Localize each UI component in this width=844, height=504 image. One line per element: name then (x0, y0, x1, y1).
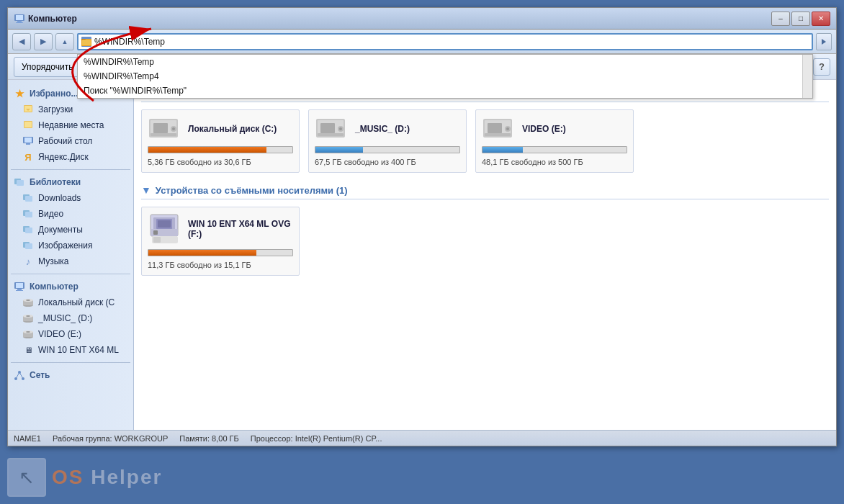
sidebar-item-yandex[interactable]: Я Яндекс.Диск (8, 149, 133, 165)
downloads-label: Загрузки (38, 104, 73, 114)
autocomplete-item-2[interactable]: Поиск "%WINDIR%\Temp" (78, 84, 812, 98)
status-memory: Памяти: 8,00 ГБ (179, 434, 238, 443)
drive-item-f[interactable]: WIN 10 ENT X64 ML OVG (F:) 11,3 ГБ свобо… (141, 207, 300, 276)
sidebar-item-music-d[interactable]: _MUSIC_ (D:) (8, 310, 133, 326)
svg-rect-64 (485, 133, 511, 136)
drive-bar-c (148, 146, 293, 153)
local-c-label: Локальный диск (С (38, 297, 115, 307)
removable-title: Устройства со съёмными носителями (1) (156, 185, 348, 196)
svg-rect-52 (151, 133, 176, 136)
sidebar-item-local-c[interactable]: Локальный диск (С (8, 294, 133, 310)
svg-rect-14 (24, 138, 32, 143)
computer2-icon (14, 281, 25, 292)
drive-c-icon (22, 297, 34, 308)
hdd-icon-e (482, 116, 516, 142)
address-go-button[interactable] (816, 33, 832, 50)
yandex-icon: Я (22, 151, 34, 163)
minimize-button[interactable]: – (771, 12, 790, 26)
address-input-wrapper (77, 33, 813, 50)
music-label: Музыка (38, 256, 68, 266)
drive-item-e[interactable]: VIDEO (E:) 48,1 ГБ свободно из 500 ГБ (475, 109, 634, 173)
favorites-label: Избранно... (30, 89, 78, 99)
title-text: Компьютер (28, 14, 77, 24)
dvd-icon-f (148, 213, 182, 245)
drive-f-icon: 🖥 (22, 344, 34, 356)
downloads2-icon (22, 192, 34, 204)
drive-e-icon (22, 328, 34, 340)
drive-info-d: _MUSIC_ (D:) (355, 124, 460, 134)
sidebar-item-downloads[interactable]: Загрузки (8, 102, 133, 117)
drive-bar-e (482, 146, 627, 153)
yandex-label: Яндекс.Диск (38, 152, 89, 162)
svg-rect-19 (25, 196, 32, 202)
status-workgroup: Рабочая группа: WORKGROUP (53, 434, 168, 443)
removable-arrow-icon: ▼ (141, 184, 151, 196)
maximize-button[interactable]: □ (791, 12, 810, 26)
documents-label: Документы (38, 225, 83, 235)
desktop-icon (22, 135, 34, 147)
sidebar-item-video[interactable]: Видео (8, 206, 133, 222)
watermark-helper: Helper (84, 466, 162, 488)
svg-rect-25 (25, 243, 32, 249)
forward-button[interactable]: ▶ (34, 33, 53, 50)
drive-name-d: _MUSIC_ (D:) (355, 124, 460, 134)
images-label: Изображения (38, 240, 92, 251)
images-icon (22, 240, 34, 251)
svg-rect-23 (25, 228, 32, 233)
close-button[interactable]: ✕ (812, 12, 830, 26)
sidebar-item-documents[interactable]: Документы (8, 222, 133, 238)
sidebar-item-music[interactable]: ♪ Музыка (8, 253, 133, 269)
svg-line-46 (19, 372, 23, 379)
svg-rect-17 (17, 180, 24, 186)
documents-icon (22, 224, 34, 235)
removable-drives-grid: WIN 10 ENT X64 ML OVG (F:) 11,3 ГБ свобо… (141, 207, 829, 276)
drive-item-c[interactable]: Локальный диск (C:) 5,36 ГБ свободно из … (141, 109, 300, 173)
svg-point-33 (26, 300, 30, 301)
desktop-label: Рабочий стол (38, 136, 92, 146)
downloads-icon (22, 104, 34, 115)
drive-info-e: VIDEO (E:) (522, 124, 627, 134)
hdd-icon-d (315, 116, 349, 142)
drives-grid: Локальный диск (C:) 5,36 ГБ свободно из … (141, 109, 829, 173)
video-e-label: VIDEO (E:) (38, 329, 81, 339)
address-input[interactable] (94, 37, 809, 47)
computer-label: Компьютер (30, 282, 78, 292)
removable-section: ▼ Устройства со съёмными носителями (1) (141, 184, 829, 276)
svg-rect-49 (153, 123, 168, 133)
sidebar-item-desktop[interactable]: Рабочий стол (8, 133, 133, 149)
status-bar: NAME1 Рабочая группа: WORKGROUP Памяти: … (8, 430, 836, 446)
sidebar-item-downloads2[interactable]: Downloads (8, 190, 133, 206)
watermark-box: ↖ (7, 458, 46, 497)
svg-rect-3 (16, 22, 23, 23)
main-content: ★ Избранно... Загрузки (8, 80, 836, 430)
autocomplete-item-1[interactable]: %WINDIR%\Temp4 (78, 69, 812, 84)
drive-free-d: 67,5 ГБ свободно из 400 ГБ (315, 158, 460, 166)
music-d-label: _MUSIC_ (D:) (38, 313, 92, 323)
up-button[interactable]: ▲ (55, 33, 74, 50)
title-bar-controls: – □ ✕ (771, 12, 830, 26)
help-button[interactable]: ? (813, 58, 830, 76)
sidebar: ★ Избранно... Загрузки (8, 80, 134, 430)
svg-point-41 (26, 331, 30, 333)
sidebar-computer-header[interactable]: Компьютер (8, 279, 133, 294)
sidebar-item-recent[interactable]: Недавние места (8, 117, 133, 133)
libraries-label: Библиотеки (30, 177, 81, 187)
autocomplete-scrollbar[interactable] (802, 55, 812, 98)
watermark: ↖ OS Helper (7, 458, 162, 497)
computer-icon (14, 13, 25, 24)
drive-bar-fill-e (482, 147, 523, 153)
sidebar-item-images[interactable]: Изображения (8, 238, 133, 253)
drive-item-d[interactable]: _MUSIC_ (D:) 67,5 ГБ свободно из 400 ГБ (308, 109, 467, 173)
sidebar-item-win10-f[interactable]: 🖥 WIN 10 ENT X64 ML (8, 342, 133, 358)
svg-rect-6 (82, 40, 91, 45)
svg-rect-29 (16, 290, 23, 291)
autocomplete-item-0[interactable]: %WINDIR%\Temp (78, 55, 812, 69)
sidebar-network-header[interactable]: Сеть (8, 367, 133, 383)
sidebar-item-video-e[interactable]: VIDEO (E:) (8, 326, 133, 342)
back-button[interactable]: ◀ (12, 33, 31, 50)
address-bar-row: ◀ ▶ ▲ %WINDIR%\Temp %WINDIR%\Temp4 Поиск… (8, 30, 836, 54)
svg-rect-21 (25, 212, 32, 217)
svg-rect-58 (318, 133, 344, 136)
sidebar-libraries-header[interactable]: Библиотеки (8, 174, 133, 190)
win10-f-label: WIN 10 ENT X64 ML (38, 345, 119, 355)
